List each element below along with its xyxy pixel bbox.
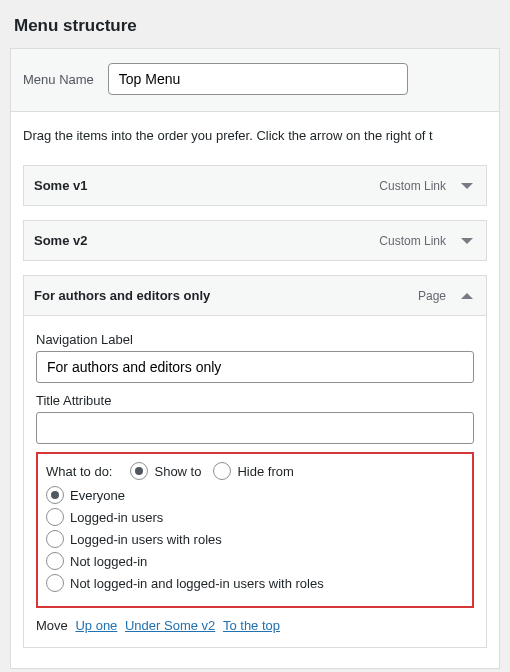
nav-label-caption: Navigation Label (36, 332, 474, 347)
menu-item-expanded: For authors and editors only Page Naviga… (23, 275, 487, 648)
radio-icon (46, 574, 64, 592)
move-link-up-one[interactable]: Up one (75, 618, 117, 633)
audience-option[interactable]: Logged-in users (46, 508, 464, 526)
audience-label: Everyone (70, 488, 125, 503)
mode-option[interactable]: Hide from (213, 462, 293, 480)
menu-item-type: Custom Link (379, 179, 446, 193)
menu-item-header[interactable]: For authors and editors only Page (24, 276, 486, 316)
radio-icon (46, 552, 64, 570)
chevron-down-icon[interactable] (458, 238, 476, 244)
instructions-text: Drag the items into the order you prefer… (11, 112, 499, 147)
title-attr-caption: Title Attribute (36, 393, 474, 408)
menu-name-row: Menu Name (11, 49, 499, 112)
move-label: Move (36, 618, 68, 633)
menu-name-label: Menu Name (23, 72, 94, 87)
audience-option[interactable]: Not logged-in (46, 552, 464, 570)
radio-icon (213, 462, 231, 480)
radio-icon (46, 486, 64, 504)
what-to-do-label: What to do: (46, 464, 112, 479)
menu-item-type: Page (418, 289, 446, 303)
audience-label: Not logged-in and logged-in users with r… (70, 576, 324, 591)
audience-option[interactable]: Not logged-in and logged-in users with r… (46, 574, 464, 592)
audience-option[interactable]: Everyone (46, 486, 464, 504)
menu-item-header[interactable]: Some v1 Custom Link (24, 166, 486, 205)
menu-item: Some v1 Custom Link (23, 165, 487, 206)
move-link-under[interactable]: Under Some v2 (125, 618, 215, 633)
audience-option[interactable]: Logged-in users with roles (46, 530, 464, 548)
radio-icon (130, 462, 148, 480)
menu-structure-panel: Menu Name Drag the items into the order … (10, 48, 500, 669)
menu-item: Some v2 Custom Link (23, 220, 487, 261)
chevron-up-icon[interactable] (458, 293, 476, 299)
mode-label: Hide from (237, 464, 293, 479)
audience-label: Logged-in users with roles (70, 532, 222, 547)
move-row: Move Up one Under Some v2 To the top (36, 618, 474, 633)
menu-item-type: Custom Link (379, 234, 446, 248)
menu-item-title: For authors and editors only (34, 288, 418, 303)
menu-item-title: Some v1 (34, 178, 379, 193)
mode-option[interactable]: Show to (130, 462, 201, 480)
audience-label: Not logged-in (70, 554, 147, 569)
title-attribute-input[interactable] (36, 412, 474, 444)
chevron-down-icon[interactable] (458, 183, 476, 189)
page-title: Menu structure (0, 0, 510, 42)
menu-item-body: Navigation Label Title Attribute What to… (24, 316, 486, 647)
radio-icon (46, 530, 64, 548)
visibility-section: What to do: Show to Hide from (36, 452, 474, 608)
radio-icon (46, 508, 64, 526)
audience-label: Logged-in users (70, 510, 163, 525)
menu-item-title: Some v2 (34, 233, 379, 248)
move-link-to-top[interactable]: To the top (223, 618, 280, 633)
menu-item-header[interactable]: Some v2 Custom Link (24, 221, 486, 260)
menu-name-input[interactable] (108, 63, 408, 95)
mode-label: Show to (154, 464, 201, 479)
navigation-label-input[interactable] (36, 351, 474, 383)
